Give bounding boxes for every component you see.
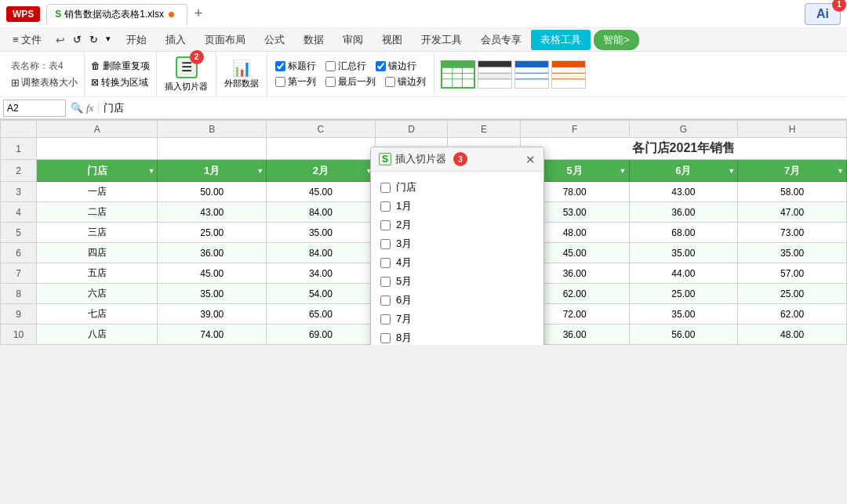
total-row-check[interactable]: 汇总行 xyxy=(325,60,366,73)
cell-C6[interactable]: 84.00 xyxy=(267,243,376,263)
add-tab-button[interactable]: + xyxy=(189,5,208,24)
tab-formula[interactable]: 公式 xyxy=(255,30,294,50)
banded-row-check[interactable]: 镶边行 xyxy=(376,60,416,73)
col-header-F[interactable]: F xyxy=(520,121,629,138)
style-preset-2[interactable] xyxy=(478,60,512,89)
header-H[interactable]: 7月 ▼ xyxy=(738,160,847,182)
wps-logo[interactable]: WPS xyxy=(6,6,40,22)
cell-H9[interactable]: 62.00 xyxy=(738,304,847,325)
cell-A8[interactable]: 六店 xyxy=(37,284,158,304)
banded-col-check[interactable]: 镶边列 xyxy=(385,75,426,89)
dialog-item-7月[interactable]: 7月 xyxy=(380,310,534,328)
style-preset-3[interactable] xyxy=(514,60,549,89)
cell-B1[interactable] xyxy=(158,138,267,160)
cell-B3[interactable]: 50.00 xyxy=(158,182,267,202)
cell-A7[interactable]: 五店 xyxy=(37,263,158,284)
menu-undo[interactable]: ↩ xyxy=(51,31,70,49)
cell-G8[interactable]: 25.00 xyxy=(629,284,738,304)
remove-dup-btn[interactable]: 🗑 删除重复项 xyxy=(91,60,150,73)
cell-A4[interactable]: 二店 xyxy=(37,202,158,223)
cell-H7[interactable]: 57.00 xyxy=(738,263,847,284)
cell-C9[interactable]: 65.00 xyxy=(267,304,376,325)
title-row-check[interactable]: 标题行 xyxy=(275,60,316,73)
dialog-item-1月[interactable]: 1月 xyxy=(380,197,534,216)
cell-A10[interactable]: 八店 xyxy=(37,325,158,345)
dialog-item-4月[interactable]: 4月 xyxy=(380,253,534,272)
col-header-A[interactable]: A xyxy=(37,121,158,138)
tab-data[interactable]: 数据 xyxy=(294,30,333,50)
cell-C4[interactable]: 84.00 xyxy=(267,202,376,223)
undo-icon[interactable]: ↺ xyxy=(70,32,85,47)
dialog-item-8月[interactable]: 8月 xyxy=(380,328,534,345)
tab-review[interactable]: 审阅 xyxy=(333,30,373,50)
col-header-H[interactable]: H xyxy=(738,121,847,138)
convert-area-btn[interactable]: ⊠ 转换为区域 xyxy=(91,76,150,89)
cell-F1-merged[interactable]: 各门店2021年销售 xyxy=(520,138,846,160)
cell-C3[interactable]: 45.00 xyxy=(267,182,376,202)
cell-C1[interactable] xyxy=(267,138,376,160)
dialog-close-btn[interactable]: ✕ xyxy=(525,154,536,165)
cell-H5[interactable]: 73.00 xyxy=(738,223,847,243)
tab-smart[interactable]: 智能> xyxy=(594,30,639,50)
cell-reference[interactable]: A2 xyxy=(3,100,66,117)
dialog-item-门店[interactable]: 门店 xyxy=(380,178,534,197)
tab-developer[interactable]: 开发工具 xyxy=(412,30,471,50)
resize-table-btn[interactable]: ⊞ 调整表格大小 xyxy=(11,76,78,89)
cell-G7[interactable]: 44.00 xyxy=(629,263,738,284)
cell-A1[interactable] xyxy=(37,138,158,160)
dialog-item-6月[interactable]: 6月 xyxy=(380,291,534,310)
col-header-E[interactable]: E xyxy=(448,121,520,138)
ai-button[interactable]: Ai 1 xyxy=(805,3,841,25)
formula-input[interactable] xyxy=(99,102,844,114)
cell-B10[interactable]: 74.00 xyxy=(158,325,267,345)
cell-H10[interactable]: 48.00 xyxy=(738,325,847,345)
tab-view[interactable]: 视图 xyxy=(373,30,412,50)
last-col-check[interactable]: 最后一列 xyxy=(325,75,376,89)
active-tab[interactable]: S 销售数据动态表格1.xlsx xyxy=(46,4,187,24)
cell-G9[interactable]: 35.00 xyxy=(629,304,738,325)
cell-C5[interactable]: 35.00 xyxy=(267,223,376,243)
dialog-item-3月[interactable]: 3月 xyxy=(380,234,534,253)
tab-pagelayout[interactable]: 页面布局 xyxy=(195,30,255,50)
col-header-D[interactable]: D xyxy=(375,121,447,138)
cell-G3[interactable]: 43.00 xyxy=(629,182,738,202)
header-G[interactable]: 6月 ▼ xyxy=(629,160,738,182)
cell-B6[interactable]: 36.00 xyxy=(158,243,267,263)
cell-A3[interactable]: 一店 xyxy=(37,182,158,202)
style-preset-4[interactable] xyxy=(551,60,586,89)
cell-G10[interactable]: 56.00 xyxy=(629,325,738,345)
cell-B4[interactable]: 43.00 xyxy=(158,202,267,223)
cell-H4[interactable]: 47.00 xyxy=(738,202,847,223)
style-preset-1[interactable] xyxy=(441,60,475,89)
first-col-check[interactable]: 第一列 xyxy=(275,75,316,89)
tab-table-tools[interactable]: 表格工具 xyxy=(531,30,591,50)
col-header-G[interactable]: G xyxy=(629,121,738,138)
tab-vip[interactable]: 会员专享 xyxy=(471,30,531,50)
header-C[interactable]: 2月 ▼ xyxy=(267,160,376,182)
cell-B5[interactable]: 25.00 xyxy=(158,223,267,243)
cell-A5[interactable]: 三店 xyxy=(37,223,158,243)
cell-H6[interactable]: 35.00 xyxy=(738,243,847,263)
cell-B9[interactable]: 39.00 xyxy=(158,304,267,325)
dialog-item-2月[interactable]: 2月 xyxy=(380,216,534,234)
tab-start[interactable]: 开始 xyxy=(117,30,156,50)
cell-G4[interactable]: 36.00 xyxy=(629,202,738,223)
insert-slicer-btn[interactable]: ☰ 2 插入切片器 xyxy=(165,56,208,92)
external-data-btn[interactable]: 📊 外部数据 xyxy=(224,59,259,89)
col-header-C[interactable]: C xyxy=(267,121,376,138)
header-A[interactable]: 门店 ▼ xyxy=(37,160,158,182)
header-B[interactable]: 1月 ▼ xyxy=(158,160,267,182)
cell-B8[interactable]: 35.00 xyxy=(158,284,267,304)
cell-H3[interactable]: 58.00 xyxy=(738,182,847,202)
cell-C7[interactable]: 34.00 xyxy=(267,263,376,284)
cell-A6[interactable]: 四店 xyxy=(37,243,158,263)
cell-G6[interactable]: 35.00 xyxy=(629,243,738,263)
dialog-item-5月[interactable]: 5月 xyxy=(380,272,534,291)
menu-file[interactable]: ≡ 文件 xyxy=(3,30,51,50)
cell-A9[interactable]: 七店 xyxy=(37,304,158,325)
cell-G5[interactable]: 68.00 xyxy=(629,223,738,243)
redo-icon[interactable]: ↻ xyxy=(86,32,101,47)
col-header-B[interactable]: B xyxy=(158,121,267,138)
cell-B7[interactable]: 45.00 xyxy=(158,263,267,284)
cell-H8[interactable]: 25.00 xyxy=(738,284,847,304)
